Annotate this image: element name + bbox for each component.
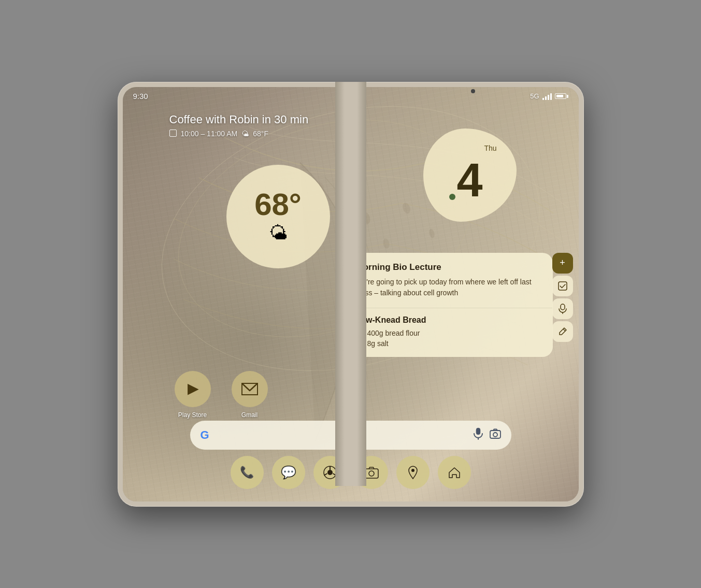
signal-icon xyxy=(542,93,552,100)
dock-home-button[interactable] xyxy=(438,456,471,489)
calendar-event-banner[interactable]: Coffee with Robin in 30 min 10:00 – 11:0… xyxy=(169,113,309,138)
weather-temperature: 68° xyxy=(254,189,302,220)
notes-mic-button[interactable] xyxy=(552,298,573,319)
calendar-date-number: 4 xyxy=(456,157,482,204)
svg-point-14 xyxy=(493,433,497,437)
app-icons-grid: ▶ Play Store Gmail xyxy=(175,371,268,419)
battery-icon xyxy=(555,93,568,99)
play-store-icon[interactable]: ▶ Play Store xyxy=(175,371,211,419)
calendar-icon xyxy=(169,130,177,137)
notes-first-title: Morning Bio Lecture xyxy=(356,262,542,273)
dock-maps-button[interactable] xyxy=(396,456,430,489)
notes-sidebar-buttons: + xyxy=(552,253,574,342)
dock-messages-button[interactable]: 💬 xyxy=(272,456,305,489)
svg-line-18 xyxy=(324,474,327,476)
weather-widget[interactable]: 68° 🌤 xyxy=(226,165,330,268)
calendar-event-dot xyxy=(449,194,455,200)
device-frame: 9:30 5G Coff xyxy=(118,82,584,507)
notes-check-button[interactable] xyxy=(552,276,573,296)
notes-add-button[interactable]: + xyxy=(552,253,573,274)
search-mic-button[interactable] xyxy=(473,427,483,442)
notes-ingredient-1: 400g bread flour xyxy=(356,329,542,337)
svg-rect-9 xyxy=(561,304,565,310)
network-label: 5G xyxy=(530,92,539,100)
status-time: 9:30 xyxy=(133,92,148,101)
gmail-label: Gmail xyxy=(241,411,257,419)
svg-point-3 xyxy=(382,238,390,249)
pencil-icon xyxy=(558,327,567,336)
notes-ingredient-2: 8g salt xyxy=(356,339,542,348)
microphone-icon xyxy=(559,304,567,314)
play-store-label: Play Store xyxy=(178,411,207,419)
event-title: Coffee with Robin in 30 min xyxy=(169,113,309,126)
front-camera xyxy=(471,89,475,93)
notes-first-content: We're going to pick up today from where … xyxy=(356,277,542,298)
weather-inline-temp: 68°F xyxy=(253,130,268,138)
check-icon xyxy=(558,281,567,291)
dock-phone-button[interactable]: 📞 xyxy=(231,456,264,489)
weather-condition-icon: 🌤 xyxy=(269,222,288,244)
maps-logo xyxy=(407,465,419,480)
gmail-logo xyxy=(240,382,259,396)
weather-inline-emoji: 🌤 xyxy=(241,130,249,138)
calendar-day-name: Thu xyxy=(484,144,496,152)
notes-second-item[interactable]: Low-Knead Bread 400g bread flour 8g salt xyxy=(346,308,553,357)
home-logo xyxy=(448,466,461,479)
svg-point-21 xyxy=(369,471,374,476)
notes-second-title: Low-Knead Bread xyxy=(356,315,542,325)
svg-rect-20 xyxy=(365,469,378,478)
notes-edit-button[interactable] xyxy=(552,321,573,342)
camera-logo xyxy=(364,466,379,479)
event-time: 10:00 – 11:00 AM xyxy=(181,130,238,138)
svg-rect-11 xyxy=(476,428,480,435)
gmail-icon[interactable]: Gmail xyxy=(232,371,268,419)
device-hinge xyxy=(335,82,366,507)
notes-first-item[interactable]: Morning Bio Lecture We're going to pick … xyxy=(346,253,553,308)
svg-point-5 xyxy=(428,228,435,238)
svg-point-16 xyxy=(327,470,333,475)
notes-widget: Morning Bio Lecture We're going to pick … xyxy=(346,253,553,357)
event-details: 10:00 – 11:00 AM 🌤 68°F xyxy=(169,130,309,138)
google-logo: G xyxy=(201,428,209,442)
search-lens-button[interactable] xyxy=(490,428,501,441)
status-icons: 5G xyxy=(530,92,568,100)
svg-point-22 xyxy=(411,469,414,472)
